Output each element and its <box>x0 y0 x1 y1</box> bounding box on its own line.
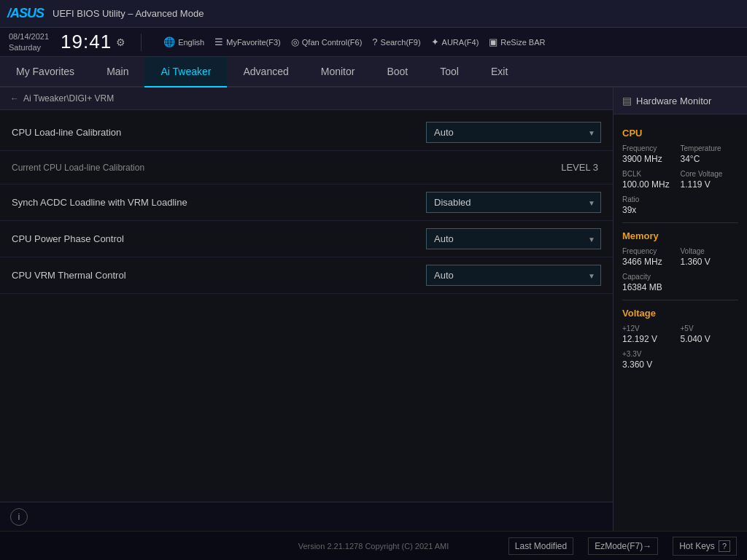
synch-acdc-dropdown[interactable]: Disabled Enabled <box>426 192 601 213</box>
back-arrow-icon[interactable]: ← <box>10 93 19 104</box>
cpu-load-line-label: CPU Load-line Calibration <box>12 127 426 138</box>
ez-mode-button[interactable]: EzMode(F7)→ <box>588 537 658 555</box>
bios-title: UEFI BIOS Utility – Advanced Mode <box>53 8 740 19</box>
cpu-bclk-value: 100.00 MHz <box>622 179 681 190</box>
v12-cell: +12V 12.192 V <box>622 324 681 344</box>
synch-acdc-dropdown-wrapper: Disabled Enabled ▼ <box>426 192 601 213</box>
aura-icon: ✦ <box>431 36 439 47</box>
monitor-icon: ▤ <box>622 95 632 106</box>
info-bar: i <box>0 502 613 531</box>
v12-value: 12.192 V <box>622 334 681 344</box>
aura-button[interactable]: ✦ AURA(F4) <box>431 36 479 47</box>
qfan-icon: ◎ <box>291 36 299 47</box>
resize-icon: ▣ <box>489 36 498 47</box>
current-cpu-load-line-value: LEVEL 3 <box>426 162 601 173</box>
cpu-bclk-cell: BCLK 100.00 MHz <box>622 170 681 190</box>
v12-label: +12V <box>622 324 681 332</box>
info-icon[interactable]: i <box>10 508 28 526</box>
hot-keys-button[interactable]: Hot Keys ? <box>673 537 737 556</box>
nav-exit[interactable]: Exit <box>475 57 524 88</box>
bios-header: /ASUS UEFI BIOS Utility – Advanced Mode <box>0 0 747 28</box>
settings-list: CPU Load-line Calibration Auto Level 1Le… <box>0 110 613 502</box>
cpu-bclk-voltage-row: BCLK 100.00 MHz Core Voltage 1.119 V <box>622 170 738 190</box>
voltage-section-title: Voltage <box>622 308 738 319</box>
cpu-temperature-cell: Temperature 34°C <box>681 144 739 164</box>
breadcrumb: ← Ai Tweaker\DIGI+ VRM <box>0 88 613 110</box>
cpu-bclk-label: BCLK <box>622 170 681 178</box>
cpu-vrm-thermal-label: CPU VRM Thermal Control <box>12 270 426 281</box>
nav-ai-tweaker[interactable]: Ai Tweaker <box>144 57 227 88</box>
cpu-power-phase-dropdown-wrapper: Auto ExtremeOptimizedAll ▼ <box>426 228 601 249</box>
nav-main[interactable]: Main <box>90 57 144 88</box>
myfavorite-button[interactable]: ☰ MyFavorite(F3) <box>214 36 281 47</box>
time-display: 19:41 ⚙ <box>61 31 126 53</box>
memory-capacity-label: Capacity <box>622 273 738 281</box>
cpu-ratio-value: 39x <box>622 205 738 215</box>
nav-monitor[interactable]: Monitor <box>305 57 371 88</box>
language-icon: 🌐 <box>163 36 175 47</box>
memory-capacity-row: Capacity 16384 MB <box>622 273 738 292</box>
setting-row-current-cpu-load-line: Current CPU Load-line Calibration LEVEL … <box>0 151 613 184</box>
search-icon: ? <box>372 36 377 47</box>
date-display: 08/14/2021 Saturday <box>9 31 49 52</box>
navigation-bar: My Favorites Main Ai Tweaker Advanced Mo… <box>0 57 747 88</box>
hardware-monitor-header: ▤ Hardware Monitor <box>614 88 747 114</box>
cpu-vrm-thermal-dropdown-wrapper: Auto Manual ▼ <box>426 265 601 286</box>
cpu-section-title: CPU <box>622 128 738 139</box>
memory-frequency-label: Frequency <box>622 247 681 255</box>
nav-my-favorites[interactable]: My Favorites <box>0 57 90 88</box>
cpu-frequency-value: 3900 MHz <box>622 154 681 164</box>
divider-cpu-memory <box>622 222 738 223</box>
memory-voltage-cell: Voltage 1.360 V <box>681 247 739 267</box>
breadcrumb-path: Ai Tweaker\DIGI+ VRM <box>23 93 114 104</box>
qfan-button[interactable]: ◎ Qfan Control(F6) <box>291 36 363 47</box>
cpu-temperature-value: 34°C <box>681 154 739 164</box>
cpu-load-line-dropdown[interactable]: Auto Level 1Level 2Level 3 <box>426 122 601 143</box>
divider-memory-voltage <box>622 300 738 300</box>
v5-cell: +5V 5.040 V <box>681 324 739 344</box>
cpu-vrm-thermal-dropdown[interactable]: Auto Manual <box>426 265 601 286</box>
language-button[interactable]: 🌐 English <box>163 36 204 47</box>
memory-section-title: Memory <box>622 230 738 241</box>
cpu-frequency-label: Frequency <box>622 144 681 152</box>
hardware-monitor-title: Hardware Monitor <box>636 96 711 106</box>
nav-boot[interactable]: Boot <box>371 57 424 88</box>
current-cpu-load-line-label: Current CPU Load-line Calibration <box>12 163 426 173</box>
last-modified-button[interactable]: Last Modified <box>508 537 573 555</box>
memory-voltage-label: Voltage <box>681 247 739 255</box>
cpu-temperature-label: Temperature <box>681 144 739 152</box>
cpu-frequency-cell: Frequency 3900 MHz <box>622 144 681 164</box>
v33-label: +3.3V <box>622 350 738 358</box>
memory-capacity-cell: Capacity 16384 MB <box>622 273 738 292</box>
cpu-core-voltage-cell: Core Voltage 1.119 V <box>681 170 739 190</box>
time-settings-icon[interactable]: ⚙ <box>116 36 126 48</box>
memory-capacity-value: 16384 MB <box>622 282 738 292</box>
v33-cell: +3.3V 3.360 V <box>622 350 738 370</box>
asus-logo: /ASUS <box>7 6 44 21</box>
question-mark: ? <box>719 540 730 552</box>
memory-frequency-cell: Frequency 3466 MHz <box>622 247 681 267</box>
search-button[interactable]: ? Search(F9) <box>372 36 420 47</box>
cpu-power-phase-dropdown[interactable]: Auto ExtremeOptimizedAll <box>426 228 601 249</box>
content-area: ← Ai Tweaker\DIGI+ VRM CPU Load-line Cal… <box>0 88 613 531</box>
memory-freq-voltage-row: Frequency 3466 MHz Voltage 1.360 V <box>622 247 738 267</box>
footer-bar: Version 2.21.1278 Copyright (C) 2021 AMI… <box>0 531 747 560</box>
nav-advanced[interactable]: Advanced <box>227 57 304 88</box>
timebar: 08/14/2021 Saturday 19:41 ⚙ 🌐 English ☰ … <box>0 28 747 57</box>
setting-row-cpu-power-phase: CPU Power Phase Control Auto ExtremeOpti… <box>0 221 613 257</box>
version-text: Version 2.21.1278 Copyright (C) 2021 AMI <box>298 542 449 551</box>
cpu-ratio-row: Ratio 39x <box>622 195 738 215</box>
nav-tool[interactable]: Tool <box>424 57 475 88</box>
cpu-ratio-label: Ratio <box>622 195 738 203</box>
memory-voltage-value: 1.360 V <box>681 257 739 267</box>
main-layout: ← Ai Tweaker\DIGI+ VRM CPU Load-line Cal… <box>0 88 747 531</box>
divider <box>141 34 142 51</box>
v5-value: 5.040 V <box>681 334 739 344</box>
cpu-core-voltage-value: 1.119 V <box>681 179 739 190</box>
cpu-ratio-cell: Ratio 39x <box>622 195 738 215</box>
topbar-actions: 🌐 English ☰ MyFavorite(F3) ◎ Qfan Contro… <box>163 36 738 47</box>
cpu-core-voltage-label: Core Voltage <box>681 170 739 178</box>
memory-frequency-value: 3466 MHz <box>622 257 681 267</box>
hardware-monitor-content: CPU Frequency 3900 MHz Temperature 34°C … <box>614 114 747 531</box>
resize-bar-button[interactable]: ▣ ReSize BAR <box>489 36 545 47</box>
